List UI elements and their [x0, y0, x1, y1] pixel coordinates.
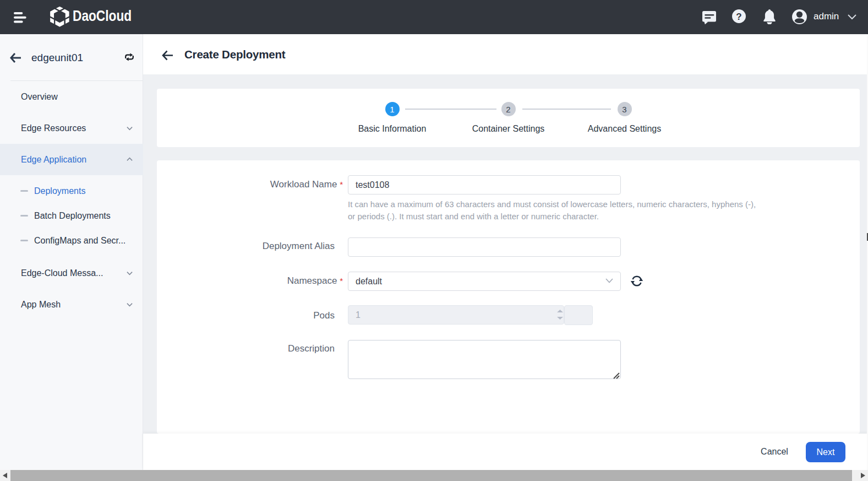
- svg-text:?: ?: [736, 12, 741, 22]
